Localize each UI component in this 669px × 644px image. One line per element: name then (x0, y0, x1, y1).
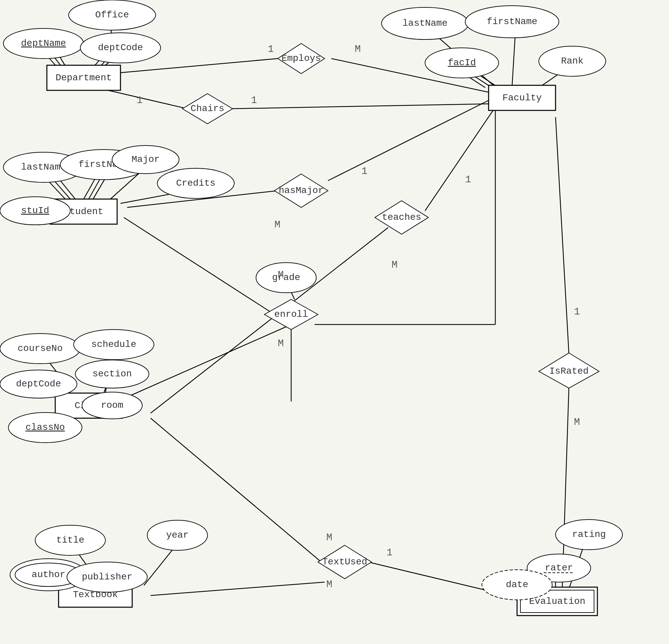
card-employs-1: 1 (268, 43, 274, 55)
attr-stuid-label: stuId (21, 205, 49, 216)
department-label: Department (56, 73, 112, 83)
attr-credits-label: Credits (176, 178, 215, 188)
er-diagram: Employs Chairs hasMajor teaches enroll T… (0, 0, 669, 644)
attr-major-label: Major (131, 154, 160, 164)
teaches-label: teaches (382, 212, 421, 223)
attr-date-label: date (506, 579, 528, 590)
attr-schedule-label: schedule (91, 339, 136, 349)
card-textused-1: 1 (386, 547, 393, 558)
card-teaches-m: M (392, 259, 398, 271)
attr-classno-label: classNo (26, 422, 65, 432)
attr-rater-label: rater (545, 563, 573, 573)
attr-title-label: title (56, 535, 84, 545)
faculty-label: Faculty (502, 93, 542, 103)
attr-deptcode-label: deptCode (98, 42, 143, 53)
evaluation-label: Evaluation (529, 596, 585, 606)
attr-fac-firstname-label: firstName (487, 16, 537, 27)
attr-rating-label: rating (572, 529, 606, 540)
enroll-label: enroll (274, 309, 308, 319)
attr-courseno-label: courseNo (18, 343, 62, 354)
card-teaches-1: 1 (465, 174, 471, 185)
card-hasmajor-1: 1 (361, 166, 368, 177)
card-chairs-1-fac: 1 (251, 95, 257, 106)
attr-deptname-label: deptName (21, 38, 66, 48)
attr-cls-deptcode-label: deptCode (16, 379, 61, 389)
attr-author-label: author (32, 569, 66, 580)
card-employs-m: M (355, 43, 361, 55)
chairs-label: Chairs (191, 103, 225, 114)
card-hasmajor-m: M (274, 219, 281, 230)
employs-label: Employs (282, 53, 321, 63)
attr-grade-label: grade (272, 272, 300, 283)
israted-label: IsRated (549, 366, 589, 376)
attr-publisher-label: publisher (82, 572, 132, 582)
card-israted-1: 1 (574, 306, 580, 317)
card-enroll-m-cls: M (278, 338, 284, 349)
card-textused-m-txt: M (326, 579, 332, 590)
card-enroll-m-stu: M (278, 269, 284, 281)
attr-section-label: section (92, 369, 132, 379)
textused-label: TextUsed (322, 557, 367, 567)
attr-stu-lastname-label: lastName (21, 162, 66, 172)
attr-year-label: year (166, 530, 188, 540)
attr-facid-label: facId (448, 58, 476, 68)
attr-office-label: Office (95, 10, 129, 20)
hasmajor-label: hasMajor (279, 185, 324, 196)
attr-rank-label: Rank (561, 56, 583, 66)
card-textused-m-cls: M (326, 532, 332, 543)
card-chairs-1-dept: 1 (137, 95, 143, 106)
attr-room-label: room (101, 400, 123, 411)
card-israted-m: M (574, 416, 580, 428)
attr-fac-lastname-label: lastName (403, 18, 447, 28)
